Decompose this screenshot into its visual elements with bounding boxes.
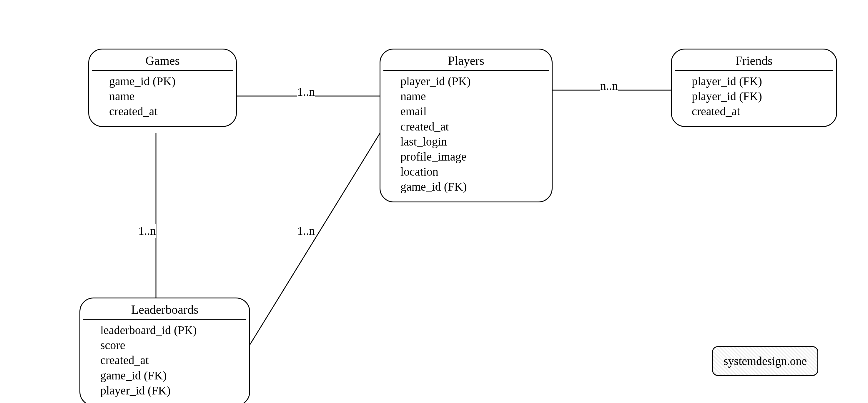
field: player_id (PK) [400, 74, 552, 89]
field: game_id (PK) [109, 74, 236, 89]
entity-leaderboards: Leaderboards leaderboard_id (PK) score c… [80, 297, 250, 403]
entity-fields: player_id (FK) player_id (FK) created_at [672, 71, 836, 126]
entity-title: Players [383, 50, 549, 71]
entity-title: Friends [675, 50, 833, 71]
field: created_at [692, 104, 836, 119]
entity-games: Games game_id (PK) name created_at [88, 49, 237, 127]
field: leaderboard_id (PK) [100, 323, 249, 338]
field: email [400, 104, 552, 119]
relationship-players-leaderboards: 1..n [297, 224, 315, 238]
entity-friends: Friends player_id (FK) player_id (FK) cr… [671, 49, 837, 127]
relationship-games-leaderboards: 1..n [138, 224, 156, 238]
entity-fields: player_id (PK) name email created_at las… [380, 71, 552, 202]
svg-line-3 [249, 129, 382, 345]
entity-title: Games [92, 50, 233, 71]
field: player_id (FK) [692, 74, 836, 89]
diagram-canvas: Games game_id (PK) name created_at Playe… [0, 0, 868, 403]
entity-players: Players player_id (PK) name email create… [379, 49, 553, 202]
field: score [100, 338, 249, 353]
relationship-games-players: 1..n [297, 85, 315, 99]
field: name [400, 89, 552, 104]
entity-fields: game_id (PK) name created_at [89, 71, 236, 126]
field: created_at [100, 353, 249, 368]
field: name [109, 89, 236, 104]
field: game_id (FK) [100, 368, 249, 383]
field: player_id (FK) [692, 89, 836, 104]
entity-title: Leaderboards [83, 298, 246, 320]
watermark-badge: systemdesign.one [712, 346, 818, 376]
field: last_login [400, 134, 552, 149]
entity-fields: leaderboard_id (PK) score created_at gam… [80, 320, 249, 403]
field: created_at [109, 104, 236, 119]
field: game_id (FK) [400, 179, 552, 194]
field: profile_image [400, 149, 552, 164]
field: player_id (FK) [100, 383, 249, 398]
field: location [400, 164, 552, 179]
field: created_at [400, 119, 552, 134]
relationship-players-friends: n..n [600, 79, 618, 93]
